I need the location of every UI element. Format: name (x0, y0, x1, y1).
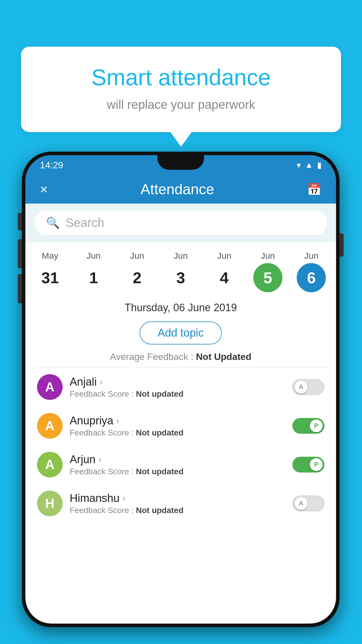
date-day-0[interactable]: 31 (36, 263, 65, 292)
toggle-knob-off-3: A (295, 497, 307, 510)
volume-silent-button (18, 213, 22, 230)
date-item-4[interactable]: Jun4 (210, 251, 239, 292)
toggle-2[interactable]: P (292, 457, 324, 473)
student-feedback-2: Feedback Score : Not updated (70, 467, 285, 476)
student-name-0: Anjali (70, 376, 97, 388)
date-month-1: Jun (87, 251, 101, 261)
student-feedback-3: Feedback Score : Not updated (70, 506, 285, 515)
add-topic-container: Add topic (25, 318, 336, 350)
status-icons: ▾ ▲ ▮ (297, 160, 321, 170)
date-item-1[interactable]: Jun1 (79, 251, 108, 292)
selected-date-label: Thursday, 06 June 2019 (124, 302, 237, 314)
student-feedback-1: Feedback Score : Not updated (70, 428, 285, 438)
add-topic-button[interactable]: Add topic (140, 321, 222, 344)
toggle-knob-on-1: P (310, 419, 323, 432)
header-title: Attendance (140, 181, 214, 198)
phone-inner: 14:29 ▾ ▲ ▮ × Attendance 📅 🔍 (25, 155, 336, 624)
app-header: × Attendance 📅 (25, 175, 336, 204)
date-month-3: Jun (174, 251, 188, 261)
date-day-5[interactable]: 5 (253, 263, 282, 292)
power-button (340, 233, 344, 257)
battery-icon: ▮ (317, 160, 321, 170)
date-month-6: Jun (304, 251, 318, 261)
student-name-2: Arjun (70, 453, 96, 466)
toggle-0[interactable]: A (292, 379, 324, 395)
toggle-1[interactable]: P (292, 418, 324, 434)
student-avatar-2: A (37, 452, 63, 477)
toggle-knob-off-0: A (295, 381, 307, 393)
chevron-icon-3: › (122, 493, 125, 503)
date-item-3[interactable]: Jun3 (166, 251, 195, 292)
date-day-2[interactable]: 2 (123, 263, 152, 292)
student-name-row-3: Himanshu› (70, 492, 285, 505)
student-item-1[interactable]: AAnupriya›Feedback Score : Not updatedP (25, 407, 336, 445)
student-info-3: Himanshu›Feedback Score : Not updated (70, 492, 285, 515)
student-name-row-1: Anupriya› (70, 414, 285, 427)
date-day-1[interactable]: 1 (79, 263, 108, 292)
student-info-0: Anjali›Feedback Score : Not updated (70, 376, 285, 399)
status-time: 14:29 (40, 160, 63, 171)
student-info-1: Anupriya›Feedback Score : Not updated (70, 414, 285, 438)
date-month-4: Jun (217, 251, 231, 261)
student-avatar-1: A (37, 413, 63, 439)
search-bar[interactable]: 🔍 Search (34, 210, 327, 236)
signal-icon: ▲ (305, 160, 313, 170)
student-list: AAnjali›Feedback Score : Not updatedAAAn… (25, 368, 336, 523)
chevron-icon-2: › (99, 454, 101, 464)
toggle-knob-on-2: P (310, 458, 323, 471)
toggle-3[interactable]: A (292, 496, 324, 511)
search-input[interactable]: Search (66, 216, 104, 230)
volume-down-button (18, 274, 22, 303)
student-name-row-0: Anjali› (70, 376, 285, 388)
date-item-0[interactable]: May31 (36, 251, 65, 292)
student-item-2[interactable]: AArjun›Feedback Score : Not updatedP (25, 445, 336, 484)
search-icon: 🔍 (46, 216, 60, 229)
date-day-4[interactable]: 4 (210, 263, 239, 292)
date-month-0: May (42, 251, 58, 261)
student-item-3[interactable]: HHimanshu›Feedback Score : Not updatedA (25, 484, 336, 523)
date-item-5[interactable]: Jun5 (253, 251, 282, 292)
date-day-6[interactable]: 6 (297, 263, 326, 292)
volume-up-button (18, 239, 22, 268)
close-button[interactable]: × (40, 181, 48, 197)
student-feedback-0: Feedback Score : Not updated (70, 389, 285, 399)
search-container: 🔍 Search (25, 204, 336, 242)
chevron-icon-0: › (100, 377, 103, 387)
student-name-row-2: Arjun› (70, 453, 285, 466)
student-avatar-3: H (37, 491, 63, 516)
student-info-2: Arjun›Feedback Score : Not updated (70, 453, 285, 476)
date-item-6[interactable]: Jun6 (297, 251, 326, 292)
student-avatar-0: A (37, 374, 63, 400)
student-name-3: Himanshu (70, 492, 120, 505)
date-item-2[interactable]: Jun2 (123, 251, 152, 292)
notch (157, 155, 204, 170)
wifi-icon: ▾ (297, 160, 301, 170)
speech-bubble: Smart attendance will replace your paper… (21, 47, 341, 132)
feedback-value: Not Updated (196, 351, 251, 362)
feedback-label-text: Average Feedback : (110, 351, 196, 362)
average-feedback: Average Feedback : Not Updated (25, 350, 336, 368)
bubble-subtitle: will replace your paperwork (44, 98, 318, 112)
date-info: Thursday, 06 June 2019 (25, 295, 336, 318)
bubble-title: Smart attendance (44, 64, 318, 91)
phone-screen: 14:29 ▾ ▲ ▮ × Attendance 📅 🔍 (25, 155, 336, 624)
student-name-1: Anupriya (70, 414, 113, 427)
date-picker: May31Jun1Jun2Jun3Jun4Jun5Jun6 (25, 242, 336, 295)
calendar-icon[interactable]: 📅 (307, 183, 321, 196)
phone-shell: 14:29 ▾ ▲ ▮ × Attendance 📅 🔍 (22, 152, 340, 627)
chevron-icon-1: › (116, 416, 119, 426)
phone-wrapper: 14:29 ▾ ▲ ▮ × Attendance 📅 🔍 (22, 152, 340, 627)
date-day-3[interactable]: 3 (166, 263, 195, 292)
date-month-5: Jun (261, 251, 275, 261)
date-month-2: Jun (130, 251, 144, 261)
student-item-0[interactable]: AAnjali›Feedback Score : Not updatedA (25, 368, 336, 407)
